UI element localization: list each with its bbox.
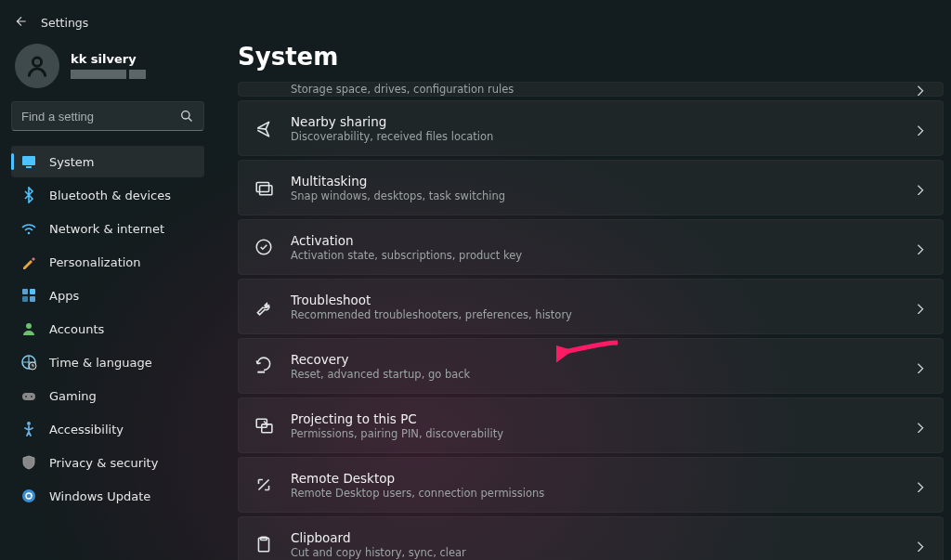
card-title: Recovery: [291, 352, 349, 367]
page-title: System: [238, 43, 945, 71]
shield-icon: [20, 454, 37, 471]
card-subtitle: Permissions, pairing PIN, discoverabilit…: [291, 427, 898, 440]
card-multitasking[interactable]: Multitasking Snap windows, desktops, tas…: [238, 160, 944, 215]
person-icon: [20, 320, 37, 337]
card-storage-space-drives-configuration-rules[interactable]: Storage space, drives, configuration rul…: [238, 82, 944, 97]
chevron-right-icon: [915, 538, 928, 551]
card-clipboard[interactable]: Clipboard Cut and copy history, sync, cl…: [238, 516, 944, 560]
wifi-icon: [20, 220, 37, 237]
sidebar-item-time-language[interactable]: Time & language: [11, 346, 204, 378]
share-icon: [254, 118, 274, 138]
monitor-icon: [20, 153, 37, 170]
card-recovery[interactable]: Recovery Reset, advanced startup, go bac…: [238, 338, 944, 394]
chevron-right-icon: [915, 300, 928, 313]
sidebar-item-windows-update[interactable]: Windows Update: [11, 480, 204, 512]
globe-clock-icon: [20, 354, 37, 371]
card-subtitle: Activation state, subscriptions, product…: [291, 249, 898, 262]
avatar: [15, 44, 59, 88]
sidebar-item-label: Windows Update: [49, 489, 150, 503]
check-circle-icon: [254, 237, 274, 257]
app-title: Settings: [41, 16, 88, 30]
sidebar-item-bluetooth-devices[interactable]: Bluetooth & devices: [11, 179, 204, 211]
chevron-right-icon: [915, 241, 928, 254]
svg-point-24: [33, 58, 41, 66]
card-subtitle: Reset, advanced startup, go back: [291, 368, 898, 381]
sidebar-item-label: System: [49, 155, 94, 169]
card-troubleshoot[interactable]: Troubleshoot Recommended troubleshooters…: [238, 279, 944, 334]
card-title: Projecting to this PC: [291, 411, 417, 426]
sidebar-item-label: Personalization: [49, 255, 141, 269]
recovery-icon: [254, 356, 274, 376]
sidebar-item-label: Network & internet: [49, 222, 164, 236]
card-title: Remote Desktop: [291, 471, 395, 486]
sidebar-item-system[interactable]: System: [11, 146, 204, 177]
bluetooth-icon: [20, 187, 37, 203]
back-button[interactable]: [15, 15, 28, 31]
card-subtitle: Recommended troubleshooters, preferences…: [291, 308, 898, 321]
chevron-right-icon: [915, 359, 928, 372]
chevron-right-icon: [915, 478, 928, 491]
sidebar-item-label: Accounts: [49, 322, 104, 336]
wrench-icon: [254, 296, 274, 317]
sidebar-item-accessibility[interactable]: Accessibility: [11, 413, 204, 445]
sidebar-item-label: Gaming: [49, 389, 97, 403]
search-input[interactable]: [21, 110, 180, 124]
titlebar: Settings: [11, 9, 204, 38]
remote-icon: [254, 475, 274, 495]
card-remote-desktop[interactable]: Remote Desktop Remote Desktop users, con…: [238, 457, 944, 513]
sidebar-item-apps[interactable]: Apps: [11, 280, 204, 311]
sidebar-item-label: Apps: [49, 289, 79, 303]
card-title: Multitasking: [291, 174, 367, 189]
sidebar-item-label: Privacy & security: [49, 456, 158, 470]
multitask-icon: [254, 177, 274, 198]
profile-email: [71, 68, 149, 80]
project-icon: [254, 415, 274, 436]
sidebar-item-gaming[interactable]: Gaming: [11, 380, 204, 411]
card-title: Activation: [291, 233, 354, 248]
brush-icon: [20, 254, 37, 270]
gamepad-icon: [20, 387, 37, 404]
card-activation[interactable]: Activation Activation state, subscriptio…: [238, 219, 944, 275]
sidebar: Settings kk silvery SystemBluetooth & de…: [0, 0, 214, 560]
account-profile[interactable]: kk silvery: [11, 38, 204, 101]
sidebar-item-label: Accessibility: [49, 423, 124, 436]
search-box[interactable]: [11, 101, 204, 131]
sidebar-item-network-internet[interactable]: Network & internet: [11, 213, 204, 244]
card-subtitle: Cut and copy history, sync, clear: [291, 546, 898, 559]
card-subtitle: Discoverability, received files location: [291, 130, 898, 143]
chevron-right-icon: [915, 82, 928, 95]
card-subtitle: Snap windows, desktops, task switching: [291, 189, 898, 202]
update-icon: [20, 488, 37, 504]
card-nearby-sharing[interactable]: Nearby sharing Discoverability, received…: [238, 100, 944, 156]
card-projecting-to-this-pc[interactable]: Projecting to this PC Permissions, pairi…: [238, 397, 944, 453]
settings-card-list: Storage space, drives, configuration rul…: [238, 82, 945, 560]
profile-name: kk silvery: [71, 52, 149, 66]
card-subtitle: Storage space, drives, configuration rul…: [291, 83, 898, 96]
search-icon: [180, 110, 194, 124]
card-subtitle: Remote Desktop users, connection permiss…: [291, 487, 898, 500]
sidebar-item-label: Bluetooth & devices: [49, 189, 171, 202]
nav-list: SystemBluetooth & devicesNetwork & inter…: [11, 146, 204, 512]
apps-icon: [20, 287, 37, 304]
card-title: Nearby sharing: [291, 114, 386, 129]
chevron-right-icon: [915, 419, 928, 432]
card-title: Troubleshoot: [291, 293, 371, 307]
sidebar-item-privacy-security[interactable]: Privacy & security: [11, 447, 204, 478]
sidebar-item-personalization[interactable]: Personalization: [11, 246, 204, 278]
clipboard-icon: [254, 534, 274, 554]
card-title: Clipboard: [291, 530, 350, 545]
chevron-right-icon: [915, 181, 928, 194]
main-content: System Storage space, drives, configurat…: [214, 0, 951, 560]
chevron-right-icon: [915, 122, 928, 135]
sidebar-item-label: Time & language: [49, 356, 152, 370]
sidebar-item-accounts[interactable]: Accounts: [11, 313, 204, 345]
accessibility-icon: [20, 421, 37, 437]
